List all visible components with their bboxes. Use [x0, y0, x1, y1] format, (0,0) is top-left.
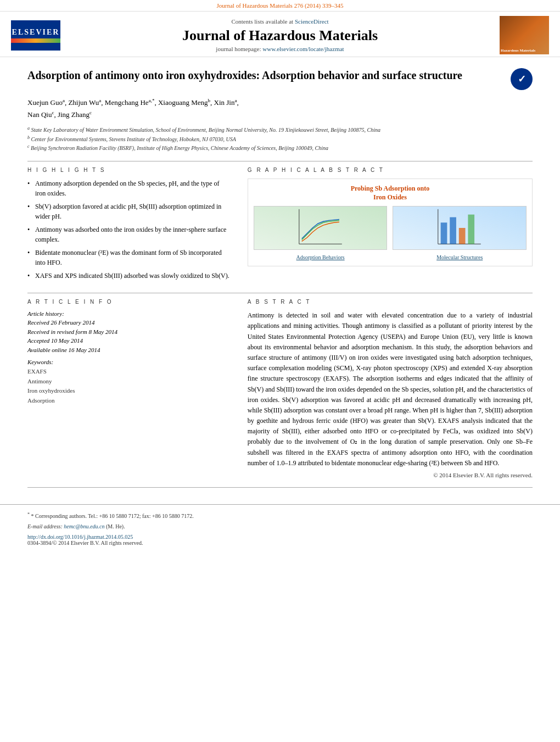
svg-rect-6: [459, 228, 466, 244]
keywords-section: Keywords: EXAFS Antimony Iron oxyhydroxi…: [27, 359, 231, 405]
ga-caption-right: Molecular Structures: [393, 254, 527, 260]
highlights-heading: H I G H L I G H T S: [27, 167, 231, 173]
highlight-item-2: Sb(V) adsorption favored at acidic pH, S…: [27, 202, 231, 221]
author-zhijun: Zhijun Wu: [68, 98, 99, 107]
doi-header: Journal of Hazardous Materials 276 (2014…: [0, 0, 560, 12]
author-xin: Xin Jin: [214, 98, 235, 107]
affiliation-c: c Beijing Synchrotron Radiation Facility…: [27, 143, 533, 152]
ga-captions: Adsorption Behaviors Molecular Structure…: [254, 254, 527, 260]
keyword-iron: Iron oxyhydroxides: [27, 386, 231, 396]
aff-b1: b: [208, 98, 211, 103]
main-content: Adsorption of antimony onto iron oxyhydr…: [0, 57, 560, 504]
available-date: Available online 16 May 2014: [27, 345, 231, 355]
abstract-section: A B S T R A C T Antimony is detected in …: [248, 299, 533, 478]
svg-rect-5: [450, 217, 457, 244]
article-title-section: Adsorption of antimony onto iron oxyhydr…: [27, 68, 533, 90]
email-label: E-mail address:: [27, 523, 64, 529]
aff-c1: c: [52, 110, 54, 115]
elsevier-text: ELSEVIER: [12, 28, 60, 37]
highlight-item-3: Antimony was adsorbed onto the iron oxid…: [27, 225, 231, 244]
authors-line: Xuejun Guoa, Zhijun Wua, Mengchang Hea,*…: [27, 97, 533, 121]
sciencedirect-link[interactable]: ScienceDirect: [295, 18, 329, 25]
svg-rect-7: [468, 215, 475, 244]
ga-title: Probing Sb Adsorption onto Iron Oxides: [254, 185, 527, 202]
graphical-abstract-heading: G R A P H I C A L A B S T R A C T: [248, 167, 533, 173]
contents-line: Contents lists available at ScienceDirec…: [71, 18, 489, 25]
crossmark-icon: ✓: [511, 68, 533, 90]
aff-c2: c: [89, 110, 92, 115]
ga-image-left: [254, 206, 388, 250]
molecular-chart: [393, 207, 526, 249]
highlight-item-4: Bidentate mononuclear (²E) was the domin…: [27, 248, 231, 267]
info-abstract-row: A R T I C L E I N F O Article history: R…: [27, 299, 533, 478]
article-info-section: A R T I C L E I N F O Article history: R…: [27, 299, 231, 478]
author-nan: Nan Qiu: [27, 110, 52, 119]
adsorption-chart: [254, 207, 387, 249]
section-divider-2: [27, 293, 533, 293]
journal-homepage: journal homepage: www.elsevier.com/locat…: [71, 46, 489, 52]
author-xiaoguang: Xiaoguang Meng: [158, 98, 208, 107]
history-title: Article history:: [27, 310, 231, 317]
ga-images: [254, 206, 527, 250]
doi-header-text: Journal of Hazardous Materials 276 (2014…: [217, 2, 344, 9]
keywords-title: Keywords:: [27, 359, 231, 365]
keyword-exafs: EXAFS: [27, 367, 231, 377]
homepage-link[interactable]: www.elsevier.com/locate/jhazmat: [262, 46, 344, 52]
footer-email-person: (M. He).: [106, 523, 125, 529]
footer-section: * * Corresponding authors. Tel.: +86 10 …: [0, 504, 560, 550]
contents-text: Contents lists available at: [231, 18, 294, 25]
elsevier-stripe: [11, 38, 60, 43]
aff-a2: a: [99, 98, 101, 103]
ga-caption-left: Adsorption Behaviors: [254, 254, 388, 260]
title-divider: [27, 161, 533, 161]
aff-a1: a: [63, 98, 65, 103]
keyword-adsorption: Adsorption: [27, 396, 231, 406]
received-date: Received 26 February 2014: [27, 318, 231, 327]
highlights-abstract-row: H I G H L I G H T S Antimony adsorption …: [27, 167, 533, 284]
header-center: Contents lists available at ScienceDirec…: [60, 18, 500, 52]
corresponding-note: * * Corresponding authors. Tel.: +86 10 …: [27, 511, 533, 520]
journal-banner-image: [500, 16, 549, 54]
affiliations: a State Key Laboratory of Water Environm…: [27, 125, 533, 152]
affiliation-a: a State Key Laboratory of Water Environm…: [27, 125, 533, 134]
footer-email-line: E-mail address: hemc@bnu.edu.cn (M. He).: [27, 522, 533, 531]
revised-date: Received in revised form 8 May 2014: [27, 327, 231, 337]
highlights-list: Antimony adsorption depended on the Sb s…: [27, 178, 231, 281]
highlight-item-5: XAFS and XPS indicated Sb(III) adsorbed …: [27, 271, 231, 281]
keyword-antimony: Antimony: [27, 377, 231, 387]
graphical-abstract-box: Probing Sb Adsorption onto Iron Oxides: [248, 178, 533, 266]
highlights-section: H I G H L I G H T S Antimony adsorption …: [27, 167, 231, 284]
article-info-heading: A R T I C L E I N F O: [27, 299, 231, 305]
ga-image-right: [393, 206, 527, 250]
affiliation-b: b Center for Environmental Systems, Stev…: [27, 135, 533, 143]
author-mengchang: Mengchang He: [105, 98, 149, 107]
aff-a4: a: [234, 98, 237, 103]
footer-email-link[interactable]: hemc@bnu.edu.cn: [64, 523, 104, 529]
aff-a3: a,*: [149, 98, 155, 103]
footer-issn: 0304-3894/© 2014 Elsevier B.V. All right…: [27, 540, 533, 546]
article-history: Article history: Received 26 February 20…: [27, 310, 231, 354]
footer-doi-link[interactable]: http://dx.doi.org/10.1016/j.jhazmat.2014…: [27, 534, 133, 540]
journal-header: ELSEVIER Contents lists available at Sci…: [0, 12, 560, 57]
author-xuejun: Xuejun Guo: [27, 98, 63, 107]
page: Journal of Hazardous Materials 276 (2014…: [0, 0, 560, 742]
homepage-text: journal homepage:: [216, 46, 262, 52]
highlight-item-1: Antimony adsorption depended on the Sb s…: [27, 178, 231, 198]
journal-title-display: Journal of Hazardous Materials: [71, 27, 489, 44]
svg-rect-4: [441, 223, 447, 244]
author-jing: Jing Zhang: [58, 110, 89, 119]
footer-doi-line: http://dx.doi.org/10.1016/j.jhazmat.2014…: [27, 534, 533, 540]
article-title: Adsorption of antimony onto iron oxyhydr…: [27, 68, 511, 82]
abstract-text: Antimony is detected in soil and water w…: [248, 310, 533, 468]
accepted-date: Accepted 10 May 2014: [27, 336, 231, 345]
abstract-heading: A B S T R A C T: [248, 299, 533, 305]
copyright-line: © 2014 Elsevier B.V. All rights reserved…: [248, 472, 533, 478]
elsevier-logo: ELSEVIER: [11, 20, 60, 51]
footer-top-divider: [27, 487, 533, 488]
graphical-abstract-section: G R A P H I C A L A B S T R A C T Probin…: [248, 167, 533, 284]
